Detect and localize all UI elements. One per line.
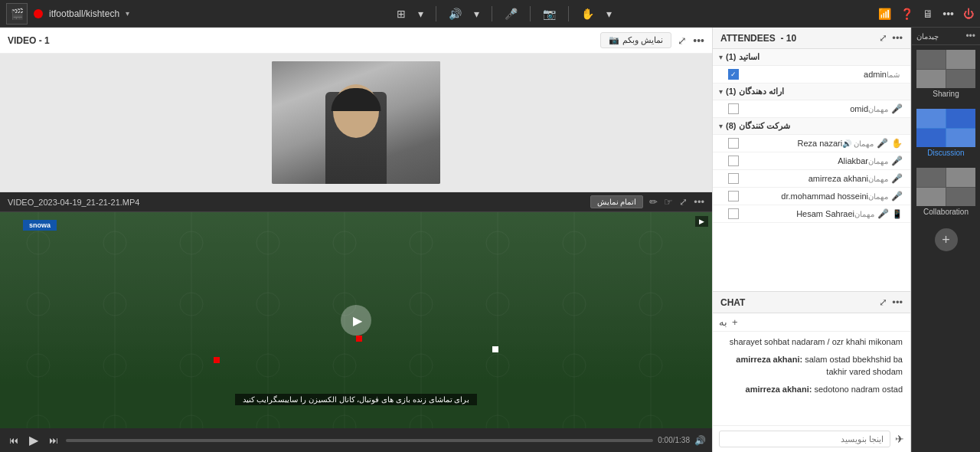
rs-more-icon[interactable]: ••• xyxy=(965,31,975,41)
webcam-feed: omid xyxy=(272,61,440,184)
camera-icon[interactable]: 📷 xyxy=(543,8,556,20)
grid-icon[interactable]: ⊞ xyxy=(397,8,406,20)
attendee-icons: 🎤 xyxy=(891,156,903,166)
time-display: 0:00/1:38 xyxy=(658,436,690,444)
section-header-presenters[interactable]: ▾ ارائه دهندگان (1) xyxy=(713,84,910,100)
player-more-icon[interactable]: ••• xyxy=(694,196,704,208)
hand-chevron-icon[interactable]: ▾ xyxy=(606,8,612,20)
show-webcam-button[interactable]: 📷 نمایش وبکم xyxy=(600,32,671,48)
play-pause-button[interactable]: ▶ xyxy=(26,431,41,449)
monitor-icon[interactable]: 🖥 xyxy=(923,8,933,20)
attendee-icons: 🎤 📱 xyxy=(877,208,903,219)
attendees-panel: ATTENDEES - 10 ⤢ ••• ▾ اساتید (1) ✓ admi… xyxy=(712,28,911,452)
mic-icon[interactable]: 🎤 xyxy=(505,8,518,20)
chat-maximize-icon[interactable]: ⤢ xyxy=(879,296,887,308)
end-presentation-button[interactable]: اتمام نمایش xyxy=(590,195,644,208)
attendees-maximize-icon[interactable]: ⤢ xyxy=(879,32,887,44)
volume-icon[interactable]: 🔊 xyxy=(449,8,462,20)
rs-thumbnail-grid xyxy=(916,109,975,147)
volume-chevron-icon[interactable]: ▾ xyxy=(474,8,479,20)
rs-panel-collaboration: Collaboration xyxy=(916,168,975,218)
prev-button[interactable]: ⏮ xyxy=(6,434,21,447)
section-title-instructors: اساتید (1) xyxy=(726,52,760,62)
attendee-checkbox[interactable]: ✓ xyxy=(728,69,739,80)
attendee-mic-icon: 🎤 xyxy=(891,173,903,184)
chat-message: amirreza akhani: salam ostad bbekhshid b… xyxy=(720,354,903,378)
player-video-area: snowa برای تماشای زنده بازی های فوتبال، … xyxy=(0,212,712,428)
attendee-name: dr.mohammad hosseini xyxy=(743,192,868,201)
attendee-checkbox[interactable] xyxy=(728,173,739,184)
chat-input[interactable] xyxy=(719,431,890,447)
thumb-cell xyxy=(916,168,946,187)
attendee-checkbox[interactable] xyxy=(728,103,739,114)
progress-bar[interactable] xyxy=(66,439,653,442)
topbar: 🎬 itfootball/kishtech ▾ ⊞ ▾ 🔊 ▾ 🎤 📷 ✋ ▾ … xyxy=(0,0,980,28)
power-icon[interactable]: ⏻ xyxy=(963,8,974,20)
attendee-checkbox[interactable] xyxy=(728,138,739,149)
chat-message: sharayet sohbat nadaram / ozr khahi miko… xyxy=(720,336,903,348)
signal-icon[interactable]: 📶 xyxy=(878,8,891,20)
help-icon[interactable]: ❓ xyxy=(900,8,913,20)
rs-panel-label-discussion: Discussion xyxy=(916,147,975,159)
topbar-center-controls: ⊞ ▾ 🔊 ▾ 🎤 📷 ✋ ▾ xyxy=(136,6,872,21)
stadium-ad: snowa xyxy=(23,220,57,231)
attendee-mic-icon: 🎤 xyxy=(891,156,903,166)
rec-indicator xyxy=(34,9,43,18)
rs-thumbnail-sharing[interactable] xyxy=(916,50,975,88)
section-header-participants[interactable]: ▾ شرکت کنندگان (8) xyxy=(713,118,910,135)
player-header: VIDEO_2023-04-19_21-21-21.MP4 اتمام نمای… xyxy=(0,192,712,212)
more-icon[interactable]: ••• xyxy=(942,8,954,20)
thumb-cell xyxy=(916,129,946,148)
webcam-image xyxy=(272,61,440,184)
chat-more-icon[interactable]: ••• xyxy=(892,296,903,308)
hand-icon[interactable]: ✋ xyxy=(581,8,594,20)
section-header-instructors[interactable]: ▾ اساتید (1) xyxy=(713,49,910,66)
attendees-list: ▾ اساتید (1) ✓ admin شما ▾ ارائه دهندگان… xyxy=(713,49,910,291)
attendee-checkbox[interactable] xyxy=(728,191,739,201)
channel-chevron-icon[interactable]: ▾ xyxy=(126,9,129,18)
attendees-more-icon[interactable]: ••• xyxy=(892,32,903,44)
play-button[interactable] xyxy=(341,305,371,336)
player-section: VIDEO_2023-04-19_21-21-21.MP4 اتمام نمای… xyxy=(0,192,712,452)
attendee-checkbox[interactable] xyxy=(728,156,739,166)
rs-thumbnail-collaboration[interactable] xyxy=(916,168,975,206)
rs-panel-discussion: Discussion xyxy=(916,109,975,159)
attendee-row: Aliakbar مهمان 🎤 xyxy=(713,152,910,170)
attendee-row: ✓ admin شما xyxy=(713,66,910,84)
chat-actions: ⤢ ••• xyxy=(879,296,903,308)
video-more-icon[interactable]: ••• xyxy=(693,34,704,47)
attendee-row: Reza nazari مهمان 🔊 🎤 ✋ xyxy=(713,135,910,152)
rs-thumbnail-discussion[interactable] xyxy=(916,109,975,147)
participants-chevron-icon: ▾ xyxy=(719,122,723,130)
attendee-mic-icon: 🎤 xyxy=(891,103,903,114)
chat-to-label: به xyxy=(719,316,727,328)
attendee-checkbox[interactable] xyxy=(728,208,739,219)
attendee-name: admin xyxy=(743,70,887,79)
attendee-hand-icon: ✋ xyxy=(891,138,903,149)
player-maximize-icon[interactable]: ⤢ xyxy=(679,196,688,208)
thumb-cell xyxy=(946,70,975,89)
sep4 xyxy=(568,6,569,21)
thumb-cell xyxy=(916,70,946,89)
video-maximize-icon[interactable]: ⤢ xyxy=(678,34,687,47)
app-logo: 🎬 xyxy=(6,3,28,25)
attendee-badge: مهمان xyxy=(868,157,888,165)
player-pencil-icon[interactable]: ✏ xyxy=(649,196,658,208)
chat-add-icon[interactable]: + xyxy=(732,316,738,328)
player-controls: ⏮ ▶ ⏭ 0:00/1:38 🔊 xyxy=(0,428,712,452)
chat-messages: sharayet sohbat nadaram / ozr khahi miko… xyxy=(713,332,910,425)
attendee-icons: 🎤 xyxy=(891,173,903,184)
next-button[interactable]: ⏭ xyxy=(46,434,61,447)
grid-chevron-icon[interactable]: ▾ xyxy=(418,8,423,20)
add-layout-button[interactable]: + xyxy=(935,228,958,251)
video-subtitle-area: برای تماشای زنده بازی های فوتبال، کانال … xyxy=(0,394,712,405)
chat-message-text: sharayet sohbat nadaram / ozr khahi miko… xyxy=(720,336,903,348)
player-hand-icon[interactable]: ☞ xyxy=(664,196,673,208)
rs-panel-label-sharing: Sharing xyxy=(916,88,975,100)
chat-send-icon[interactable]: ✈ xyxy=(895,433,904,445)
volume-control-icon[interactable]: 🔊 xyxy=(694,435,706,446)
chat-message-text: amirreza akhani: sedotono nadram ostad xyxy=(720,384,903,395)
attendee-row: omid مهمان 🎤 xyxy=(713,100,910,118)
topbar-right-actions: 📶 ❓ 🖥 ••• ⏻ xyxy=(878,8,974,20)
main-content: VIDEO - 1 📷 نمایش وبکم ⤢ ••• xyxy=(0,28,980,452)
